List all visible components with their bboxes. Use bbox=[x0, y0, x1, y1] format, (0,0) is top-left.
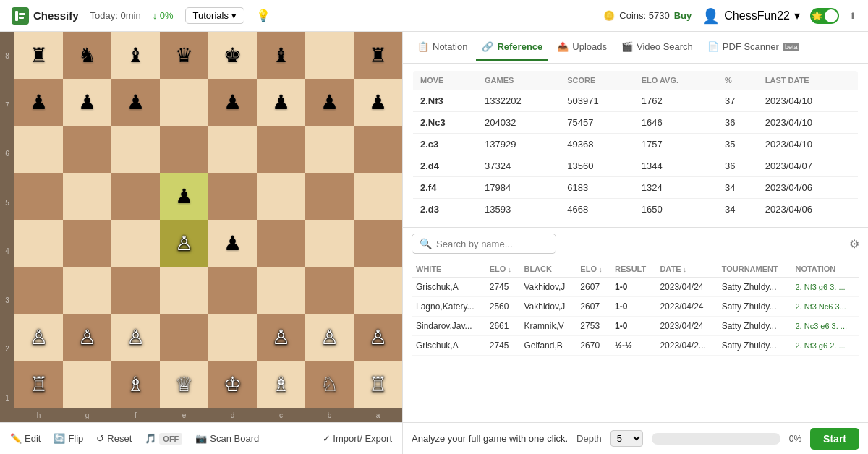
board-square[interactable] bbox=[160, 314, 208, 361]
sound-button[interactable]: 🎵 OFF bbox=[140, 430, 187, 447]
board-square[interactable]: ♙ bbox=[305, 314, 354, 361]
games-col-date[interactable]: DATE ↓ bbox=[655, 261, 717, 278]
board-square[interactable]: ♟ bbox=[208, 220, 257, 267]
board-square[interactable]: ♟ bbox=[208, 79, 257, 126]
board-square[interactable]: ♟ bbox=[160, 173, 208, 220]
board-square[interactable] bbox=[63, 173, 111, 220]
tab-reference[interactable]: 🔗 Reference bbox=[476, 34, 548, 61]
board-square[interactable]: ♙ bbox=[63, 314, 111, 361]
theme-toggle[interactable]: 🌟 bbox=[810, 8, 839, 24]
board-square[interactable]: ♙ bbox=[111, 314, 160, 361]
board-square[interactable]: ♜ bbox=[14, 32, 63, 79]
edit-button[interactable]: ✏️ Edit bbox=[6, 430, 45, 447]
board-square[interactable]: ♘ bbox=[305, 361, 354, 408]
board-square[interactable] bbox=[160, 126, 208, 173]
board-square[interactable]: ♟ bbox=[63, 79, 111, 126]
board-square[interactable]: ♗ bbox=[111, 361, 160, 408]
tab-pdf-scanner[interactable]: 📄 PDF Scanner beta bbox=[702, 34, 806, 61]
board-square[interactable]: ♖ bbox=[354, 361, 402, 408]
tab-notation[interactable]: 📋 Notation bbox=[412, 34, 473, 61]
board-square[interactable]: ♟ bbox=[111, 79, 160, 126]
board-square[interactable] bbox=[111, 173, 160, 220]
tab-video-search[interactable]: 🎬 Video Search bbox=[616, 34, 699, 61]
board-square[interactable] bbox=[208, 314, 257, 361]
search-input[interactable] bbox=[436, 239, 548, 249]
board-square[interactable]: ♟ bbox=[257, 79, 305, 126]
board-square[interactable] bbox=[257, 173, 305, 220]
board-square[interactable] bbox=[305, 220, 354, 267]
board-square[interactable] bbox=[14, 220, 63, 267]
board-square[interactable] bbox=[354, 220, 402, 267]
board-square[interactable]: ♔ bbox=[208, 361, 257, 408]
board-square[interactable]: ♙ bbox=[14, 314, 63, 361]
board-square[interactable] bbox=[63, 220, 111, 267]
start-button[interactable]: Start bbox=[810, 428, 859, 450]
board-square[interactable] bbox=[305, 173, 354, 220]
games-col-white-elo[interactable]: ELO ↓ bbox=[485, 261, 520, 278]
collapse-icon[interactable]: ⬆ bbox=[849, 11, 856, 21]
board-square[interactable] bbox=[305, 126, 354, 173]
buy-button[interactable]: Buy bbox=[674, 10, 692, 21]
board-square[interactable] bbox=[354, 267, 402, 314]
board-square[interactable] bbox=[14, 126, 63, 173]
board-square[interactable] bbox=[354, 173, 402, 220]
board-square[interactable]: ♖ bbox=[14, 361, 63, 408]
board-square[interactable] bbox=[305, 267, 354, 314]
board-square[interactable]: ♕ bbox=[160, 361, 208, 408]
board-square[interactable] bbox=[160, 79, 208, 126]
board-square[interactable]: ♙ bbox=[160, 220, 208, 267]
games-scroll[interactable]: WHITE ELO ↓ BLACK ELO ↓ RESULT DATE ↓ TO… bbox=[412, 261, 859, 416]
ref-table-row[interactable]: 2.f4 17984 6183 1324 34 2023/04/06 bbox=[412, 177, 859, 199]
ref-table-row[interactable]: 2.d4 37324 13560 1344 36 2023/04/07 bbox=[412, 155, 859, 177]
board-square[interactable] bbox=[111, 267, 160, 314]
ref-table-row[interactable]: 2.Nc3 204032 75457 1646 36 2023/04/10 bbox=[412, 112, 859, 134]
board-square[interactable] bbox=[208, 126, 257, 173]
games-table-row[interactable]: Grischuk,A 2745 Gelfand,B 2670 ½-½ 2023/… bbox=[412, 336, 859, 356]
search-box[interactable]: 🔍 bbox=[412, 234, 556, 254]
board-square[interactable] bbox=[63, 126, 111, 173]
depth-select[interactable]: 3 5 10 15 20 bbox=[610, 430, 643, 447]
board-square[interactable]: ♙ bbox=[257, 314, 305, 361]
board-square[interactable] bbox=[257, 220, 305, 267]
board-square[interactable]: ♚ bbox=[208, 32, 257, 79]
flip-button[interactable]: 🔄 Flip bbox=[49, 430, 88, 447]
board-square[interactable]: ♙ bbox=[354, 314, 402, 361]
board-square[interactable] bbox=[111, 220, 160, 267]
reset-button[interactable]: ↺ Reset bbox=[92, 430, 136, 447]
ref-table-row[interactable]: 2.c3 137929 49368 1757 35 2023/04/10 bbox=[412, 134, 859, 155]
board-square[interactable]: ♝ bbox=[257, 32, 305, 79]
ref-table-row[interactable]: 2.d3 13593 4668 1650 34 2023/04/06 bbox=[412, 199, 859, 221]
board-square[interactable] bbox=[354, 126, 402, 173]
board-square[interactable]: ♗ bbox=[257, 361, 305, 408]
import-export-button[interactable]: ✓ Import/ Export bbox=[318, 430, 396, 447]
tutorials-button[interactable]: Tutorials ▾ bbox=[185, 7, 244, 24]
ref-table-row[interactable]: 2.Nf3 1332202 503971 1762 37 2023/04/10 bbox=[412, 90, 859, 112]
chess-board[interactable]: ♜♞♝♛♚♝♜♟♟♟♟♟♟♟♟♙♟♙♙♙♙♙♙♖♗♕♔♗♘♖ bbox=[14, 32, 402, 408]
board-square[interactable] bbox=[111, 126, 160, 173]
board-square[interactable]: ♟ bbox=[305, 79, 354, 126]
tab-uploads[interactable]: 📤 Uploads bbox=[551, 34, 613, 61]
board-square[interactable] bbox=[208, 267, 257, 314]
board-square[interactable]: ♞ bbox=[63, 32, 111, 79]
board-square[interactable]: ♝ bbox=[111, 32, 160, 79]
board-square[interactable] bbox=[208, 173, 257, 220]
board-square[interactable]: ♟ bbox=[354, 79, 402, 126]
games-table-row[interactable]: Lagno,Katery... 2560 Vakhidov,J 2607 1-0… bbox=[412, 297, 859, 317]
games-table-row[interactable]: Sindarov,Jav... 2661 Kramnik,V 2753 1-0 … bbox=[412, 317, 859, 336]
board-square[interactable] bbox=[14, 173, 63, 220]
board-square[interactable]: ♟ bbox=[14, 79, 63, 126]
board-square[interactable] bbox=[63, 361, 111, 408]
board-square[interactable] bbox=[257, 267, 305, 314]
board-square[interactable] bbox=[305, 32, 354, 79]
filter-icon[interactable]: ⚙ bbox=[849, 237, 859, 251]
board-square[interactable] bbox=[160, 267, 208, 314]
board-square[interactable]: ♜ bbox=[354, 32, 402, 79]
user-area[interactable]: 👤 ChessFun22 ▾ bbox=[702, 7, 800, 25]
scan-button[interactable]: 📷 Scan Board bbox=[191, 430, 263, 447]
board-square[interactable] bbox=[14, 267, 63, 314]
games-col-black-elo[interactable]: ELO ↓ bbox=[576, 261, 610, 278]
games-table-row[interactable]: Grischuk,A 2745 Vakhidov,J 2607 1-0 2023… bbox=[412, 278, 859, 297]
board-square[interactable]: ♛ bbox=[160, 32, 208, 79]
board-square[interactable] bbox=[63, 267, 111, 314]
board-square[interactable] bbox=[257, 126, 305, 173]
